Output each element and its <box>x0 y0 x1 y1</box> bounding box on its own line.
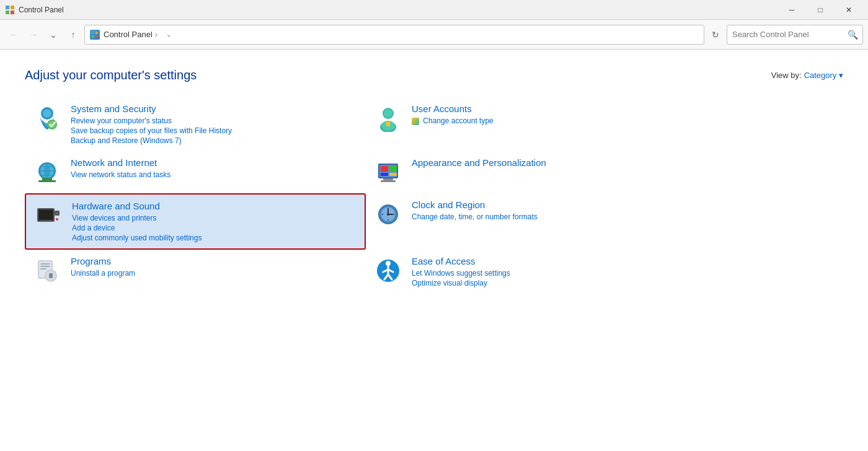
category-clock-region[interactable]: Clock and Region Change date, time, or n… <box>366 193 707 250</box>
svg-rect-36 <box>39 210 53 220</box>
forward-button[interactable]: → <box>25 26 42 43</box>
svg-rect-5 <box>95 32 98 34</box>
control-panel-icon <box>90 30 100 40</box>
minimize-button[interactable]: ─ <box>777 0 806 20</box>
search-icon: 🔍 <box>848 30 858 40</box>
system-security-title[interactable]: System and Security <box>71 103 232 114</box>
programs-link-1[interactable]: Uninstall a program <box>71 269 135 278</box>
clock-content: Clock and Region Change date, time, or n… <box>412 199 538 221</box>
category-hardware-sound[interactable]: Hardware and Sound View devices and prin… <box>25 193 366 250</box>
category-programs[interactable]: Programs Uninstall a program <box>25 250 366 294</box>
page-title-row: Adjust your computer's settings View by:… <box>25 68 843 82</box>
svg-rect-17 <box>386 123 390 126</box>
svg-rect-54 <box>40 263 50 265</box>
clock-link-1[interactable]: Change date, time, or number formats <box>412 212 538 221</box>
ease-access-link-2[interactable]: Optimize visual display <box>412 279 510 287</box>
back-button[interactable]: ← <box>5 26 22 43</box>
network-icon <box>32 157 62 187</box>
user-accounts-content: User Accounts Change account type <box>412 103 494 125</box>
user-accounts-link-1[interactable]: Change account type <box>412 116 494 125</box>
search-wrapper: 🔍 <box>727 25 863 45</box>
svg-point-9 <box>43 109 51 118</box>
network-content: Network and Internet View network status… <box>71 157 170 179</box>
programs-icon <box>32 256 62 286</box>
appearance-content: Appearance and Personalization <box>412 157 546 169</box>
category-ease-access[interactable]: Ease of Access Let Windows suggest setti… <box>366 250 707 294</box>
svg-rect-56 <box>40 268 46 269</box>
svg-rect-33 <box>381 180 396 182</box>
svg-rect-1 <box>11 6 14 9</box>
appearance-icon <box>373 157 403 187</box>
up-button[interactable]: ↑ <box>64 26 82 43</box>
view-by-control: View by: Category ▾ <box>771 71 843 80</box>
view-by-label: View by: <box>771 71 802 80</box>
svg-rect-7 <box>95 35 98 38</box>
view-by-dropdown[interactable]: Category ▾ <box>804 71 843 80</box>
title-bar: Control Panel ─ □ ✕ <box>0 0 868 20</box>
hardware-link-1[interactable]: View devices and printers <box>72 214 202 222</box>
refresh-button[interactable]: ↻ <box>707 26 724 43</box>
svg-rect-40 <box>40 220 52 221</box>
main-content: Adjust your computer's settings View by:… <box>0 50 868 451</box>
category-user-accounts[interactable]: User Accounts Change account type <box>366 97 707 151</box>
system-security-link-2[interactable]: Save backup copies of your files with Fi… <box>71 126 232 135</box>
programs-content: Programs Uninstall a program <box>71 256 135 278</box>
user-accounts-title[interactable]: User Accounts <box>412 103 494 114</box>
category-system-security[interactable]: System and Security Review your computer… <box>25 97 366 151</box>
system-security-icon <box>32 103 62 133</box>
path-separator: › <box>155 30 157 39</box>
svg-point-47 <box>387 213 389 216</box>
category-network-internet[interactable]: Network and Internet View network status… <box>25 151 366 193</box>
path-text: Control Panel <box>104 30 153 39</box>
svg-rect-6 <box>92 35 94 38</box>
categories-grid: System and Security Review your computer… <box>25 97 707 294</box>
system-security-link-1[interactable]: Review your computer's status <box>71 116 232 125</box>
close-button[interactable]: ✕ <box>835 0 863 20</box>
svg-point-50 <box>382 214 383 215</box>
svg-rect-55 <box>40 266 50 267</box>
svg-rect-60 <box>49 273 53 278</box>
hardware-title[interactable]: Hardware and Sound <box>72 201 202 211</box>
page-title: Adjust your computer's settings <box>25 68 197 82</box>
programs-title[interactable]: Programs <box>71 256 135 266</box>
svg-point-39 <box>56 212 58 214</box>
app-icon <box>5 5 15 15</box>
clock-title[interactable]: Clock and Region <box>412 199 538 210</box>
hardware-link-2[interactable]: Add a device <box>72 224 202 232</box>
clock-icon <box>373 199 403 229</box>
svg-rect-30 <box>381 173 388 176</box>
svg-rect-28 <box>381 166 388 172</box>
recent-locations-button[interactable]: ⌄ <box>45 26 62 43</box>
ease-access-content: Ease of Access Let Windows suggest setti… <box>412 256 510 287</box>
hardware-icon <box>33 201 63 230</box>
hardware-link-3[interactable]: Adjust commonly used mobility settings <box>72 234 202 242</box>
svg-rect-32 <box>383 178 393 180</box>
svg-rect-3 <box>11 11 14 14</box>
system-security-link-3[interactable]: Backup and Restore (Windows 7) <box>71 136 232 145</box>
window-title: Control Panel <box>19 6 777 14</box>
svg-point-41 <box>56 218 58 221</box>
system-security-content: System and Security Review your computer… <box>71 103 232 145</box>
path-dropdown-button[interactable]: ⌄ <box>160 25 177 45</box>
svg-rect-31 <box>389 173 397 176</box>
network-link-1[interactable]: View network status and tasks <box>71 170 170 179</box>
network-title[interactable]: Network and Internet <box>71 157 170 168</box>
svg-rect-29 <box>389 166 397 172</box>
svg-rect-0 <box>6 6 9 9</box>
maximize-button[interactable]: □ <box>806 0 835 20</box>
address-path[interactable]: Control Panel › ⌄ <box>84 25 704 45</box>
svg-rect-25 <box>38 180 56 182</box>
ease-access-icon <box>373 256 403 286</box>
ease-access-title[interactable]: Ease of Access <box>412 256 510 266</box>
svg-point-48 <box>388 208 389 209</box>
svg-rect-2 <box>6 11 9 14</box>
search-input[interactable] <box>727 25 863 45</box>
svg-rect-4 <box>92 32 94 34</box>
address-bar: ← → ⌄ ↑ Control Panel › ⌄ ↻ 🔍 <box>0 20 868 50</box>
user-accounts-icon <box>373 103 403 133</box>
category-appearance[interactable]: Appearance and Personalization <box>366 151 707 193</box>
appearance-title[interactable]: Appearance and Personalization <box>412 157 546 168</box>
ease-access-link-1[interactable]: Let Windows suggest settings <box>412 269 510 278</box>
svg-point-13 <box>384 109 392 118</box>
window-controls: ─ □ ✕ <box>777 0 863 20</box>
